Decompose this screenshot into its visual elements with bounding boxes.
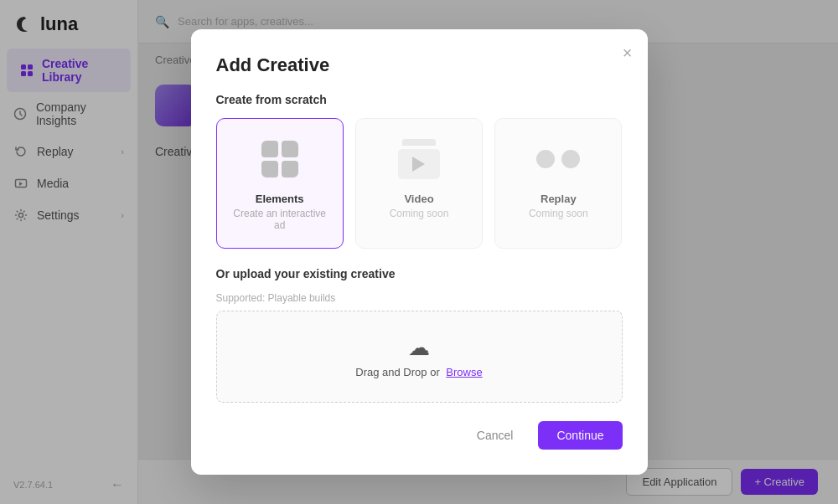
video-top-bar [402,139,436,146]
modal-overlay[interactable]: × Add Creative Create from scratch Eleme… [0,0,838,504]
upload-dropzone[interactable]: ☁ Drag and Drop or Browse [216,311,623,403]
modal-close-button[interactable]: × [623,44,633,61]
drag-drop-label: Drag and Drop or [355,366,439,378]
replay-circle-1 [536,150,555,168]
add-creative-modal: × Add Creative Create from scratch Eleme… [191,29,648,475]
replay-card-title: Replay [541,193,577,205]
create-cards-row: Elements Create an interactive ad Video … [216,118,623,249]
create-from-scratch-heading: Create from scratch [216,93,623,106]
video-icon-area [396,136,442,183]
replay-card-subtitle: Coming soon [529,208,588,219]
elements-sq-tl [261,141,278,157]
replay-circles-icon [536,150,580,168]
upload-supported-text: Supported: Playable builds [216,292,623,304]
cancel-button[interactable]: Cancel [460,421,530,450]
video-card-title: Video [404,193,433,205]
elements-card-title: Elements [256,193,304,205]
play-triangle-icon [412,157,425,172]
upload-drag-text: Drag and Drop or Browse [355,366,482,378]
upload-browse-link[interactable]: Browse [446,366,482,378]
video-card[interactable]: Video Coming soon [355,118,483,249]
elements-card[interactable]: Elements Create an interactive ad [216,118,344,249]
elements-sq-tr [282,141,298,157]
elements-grid-icon [261,141,298,177]
video-screen [398,149,440,179]
modal-footer: Cancel Continue [216,421,623,450]
replay-icon-area [535,136,582,183]
upload-cloud-icon: ☁ [408,335,430,361]
replay-circle-2 [561,150,580,168]
modal-title: Add Creative [216,54,623,76]
replay-card[interactable]: Replay Coming soon [494,118,622,249]
video-icon-wrap [398,139,440,179]
upload-section: Or upload your existing creative Support… [216,267,623,403]
elements-sq-br [282,161,298,177]
elements-sq-bl [261,161,278,177]
elements-icon-area [256,136,303,183]
continue-button[interactable]: Continue [538,421,622,450]
elements-card-subtitle: Create an interactive ad [230,208,329,231]
upload-heading: Or upload your existing creative [216,267,623,280]
video-card-subtitle: Coming soon [390,208,449,219]
